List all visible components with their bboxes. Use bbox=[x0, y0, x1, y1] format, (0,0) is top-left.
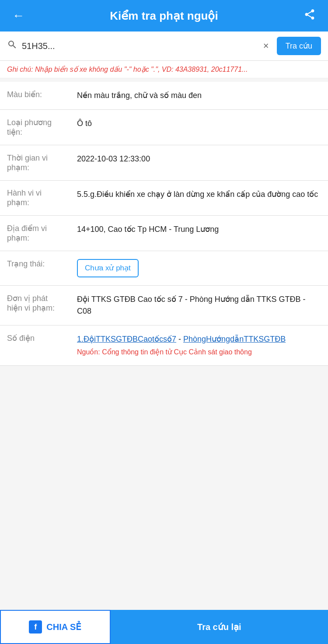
table-row: Địa điểm vi phạm:14+100, Cao tốc Tp HCM … bbox=[0, 216, 328, 251]
share-button[interactable]: f CHIA SẺ bbox=[0, 610, 111, 644]
table-row: Thời gian vi phạm:2022-10-03 12:33:00 bbox=[0, 145, 328, 181]
field-value: 5.5.g.Điều khiển xe chạy ở làn dừng xe k… bbox=[70, 181, 328, 216]
phone-link[interactable]: 1.ĐộiTTKSGTĐBCaotốcsố7 bbox=[77, 335, 176, 343]
share-label: CHIA SẺ bbox=[46, 622, 81, 632]
source-label: Nguồn: Cổng thông tin điện tử Cục Cảnh s… bbox=[77, 347, 321, 357]
field-value: Ô tô bbox=[70, 110, 328, 145]
search-bar: × Tra cứu bbox=[0, 32, 328, 61]
field-value: Nền màu trắng, chữ và số màu đen bbox=[70, 82, 328, 110]
bottom-bar: f CHIA SẺ Tra cứu lại bbox=[0, 610, 328, 644]
field-value: 2022-10-03 12:33:00 bbox=[70, 145, 328, 181]
field-label: Màu biển: bbox=[0, 82, 70, 110]
field-label: Đơn vị phát hiện vi phạm: bbox=[0, 285, 70, 325]
table-row: Số điện1.ĐộiTTKSGTĐBCaotốcsố7 - PhòngHướ… bbox=[0, 325, 328, 365]
field-value: 14+100, Cao tốc Tp HCM - Trung Lương bbox=[70, 216, 328, 251]
status-badge: Chưa xử phạt bbox=[77, 259, 139, 277]
result-table: Màu biển:Nền màu trắng, chữ và số màu đe… bbox=[0, 82, 328, 366]
field-label: Trạng thái: bbox=[0, 251, 70, 286]
result-content: Màu biển:Nền màu trắng, chữ và số màu đe… bbox=[0, 82, 328, 405]
field-label: Số điện bbox=[0, 325, 70, 365]
field-label: Hành vi vi phạm: bbox=[0, 181, 70, 216]
search-icon bbox=[7, 39, 17, 52]
field-value: Chưa xử phạt bbox=[70, 251, 328, 286]
retry-button[interactable]: Tra cứu lại bbox=[111, 610, 328, 644]
field-label: Thời gian vi phạm: bbox=[0, 145, 70, 181]
field-value: 1.ĐộiTTKSGTĐBCaotốcsố7 - PhòngHướngdẫnTT… bbox=[70, 325, 328, 365]
search-button[interactable]: Tra cứu bbox=[277, 37, 321, 55]
table-row: Màu biển:Nền màu trắng, chữ và số màu đe… bbox=[0, 82, 328, 110]
clear-button[interactable]: × bbox=[260, 38, 272, 53]
share-icon[interactable] bbox=[300, 5, 319, 27]
table-row: Đơn vị phát hiện vi phạm:Đội TTKS GTĐB C… bbox=[0, 285, 328, 325]
phone-link[interactable]: PhòngHướngdẫnTTKSGTĐB bbox=[183, 335, 286, 343]
page-title: Kiểm tra phạt nguội bbox=[28, 9, 300, 23]
field-label: Loại phương tiện: bbox=[0, 110, 70, 145]
table-row: Hành vi vi phạm:5.5.g.Điều khiển xe chạy… bbox=[0, 181, 328, 216]
facebook-icon: f bbox=[29, 620, 42, 634]
field-label: Địa điểm vi phạm: bbox=[0, 216, 70, 251]
search-input[interactable] bbox=[22, 41, 255, 51]
app-header: ← Kiểm tra phạt nguội bbox=[0, 0, 328, 32]
search-note: Ghi chú: Nhập biển số xe không dấu "-" h… bbox=[0, 61, 328, 78]
table-row: Loại phương tiện:Ô tô bbox=[0, 110, 328, 145]
back-button[interactable]: ← bbox=[9, 5, 28, 26]
table-row: Trạng thái:Chưa xử phạt bbox=[0, 251, 328, 286]
field-value: Đội TTKS GTĐB Cao tốc số 7 - Phòng Hướng… bbox=[70, 285, 328, 325]
